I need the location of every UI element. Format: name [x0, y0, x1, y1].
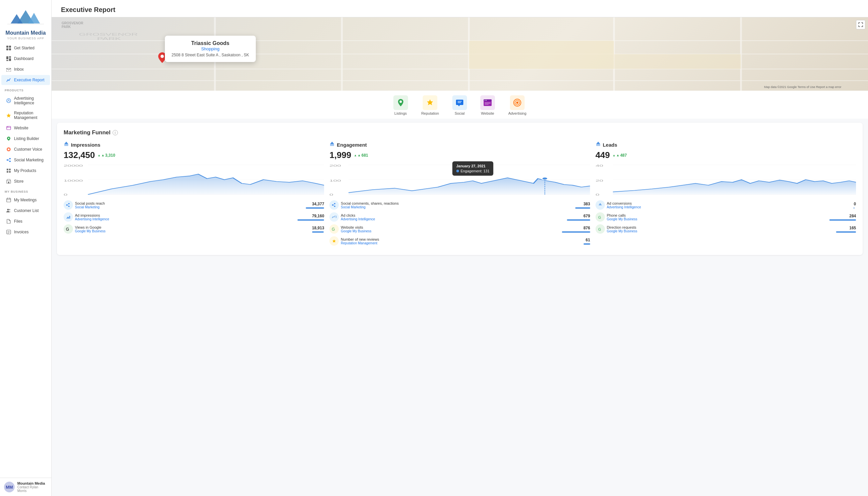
eng-row-3-label: Website visits: [341, 225, 371, 229]
svg-rect-67: [485, 104, 488, 105]
reputation-label: Reputation: [421, 111, 439, 115]
social-eng-icon: [329, 200, 339, 210]
nav-executive-report[interactable]: Executive Report: [1, 75, 50, 85]
svg-point-106: [334, 206, 336, 207]
svg-point-24: [9, 161, 11, 162]
user-avatar: MM: [4, 482, 15, 492]
eng-row-3-val: 876: [562, 226, 590, 230]
svg-marker-124: [598, 203, 602, 205]
svg-rect-32: [8, 182, 9, 183]
svg-rect-73: [64, 144, 68, 146]
nav-voice[interactable]: Customer Voice: [1, 144, 50, 154]
engagement-title: Engagement: [337, 142, 367, 148]
biz-icon-reputation[interactable]: Reputation: [421, 95, 439, 115]
nav-store-label: Store: [14, 179, 23, 184]
svg-text:200: 200: [329, 164, 341, 167]
biz-icon-listings[interactable]: Listings: [393, 95, 408, 115]
nav-dashboard[interactable]: Dashboard: [1, 54, 50, 64]
business-icons-row: Listings Reputation Social Website Adver…: [52, 91, 868, 119]
leads-row-1-val: 0: [854, 202, 856, 206]
nav-meetings-label: My Meetings: [14, 198, 37, 202]
svg-text:Jan 11: Jan 11: [416, 196, 435, 196]
imp-row-1-val: 34,377: [306, 202, 324, 206]
nav-customers[interactable]: Customer List: [1, 206, 50, 216]
imp-row-3-val: 18,913: [312, 226, 324, 230]
imp-row-2: Ad impressions Advertising Intelligence …: [64, 212, 324, 222]
nav-advertising[interactable]: Advertising Intelligence: [1, 94, 50, 108]
engagement-delta: ▲ 681: [354, 153, 368, 158]
leads-row-2-bar: [829, 219, 856, 221]
eng-row-1-sub: Social Marketing: [341, 205, 399, 209]
svg-text:G: G: [66, 227, 69, 231]
impressions-delta: ▲ 3,310: [98, 153, 115, 158]
imp-row-3-label: Views in Google: [75, 225, 106, 229]
eng-row-3-bar: [562, 231, 590, 233]
svg-text:G: G: [598, 227, 601, 231]
nav-dashboard-label: Dashboard: [14, 56, 34, 61]
calendar-icon: [6, 197, 11, 203]
svg-point-71: [516, 102, 518, 104]
nav-website[interactable]: Website: [1, 123, 50, 133]
imp-row-3-bar: [312, 231, 324, 233]
nav-website-label: Website: [14, 126, 28, 130]
svg-point-19: [8, 138, 9, 139]
biz-icon-advertising[interactable]: Advertising: [508, 95, 526, 115]
eng-row-3: G Website visits Google My Business 876: [329, 224, 590, 234]
eng-row-1-bar: [575, 207, 590, 209]
svg-marker-111: [333, 239, 336, 243]
nav-invoices[interactable]: Invoices: [1, 227, 50, 237]
svg-point-105: [332, 204, 333, 206]
engagement-chart: 200 100 0 Jan 1 Jan 11 Jan 21: [329, 163, 590, 196]
imp-row-1-label: Social posts reach: [75, 201, 105, 205]
svg-point-22: [9, 158, 11, 159]
nav-social[interactable]: Social Marketing: [1, 155, 50, 165]
advertising-label: Advertising: [508, 111, 526, 115]
svg-text:GROSVENOR: GROSVENOR: [79, 33, 138, 36]
nav-listing[interactable]: Listing Builder: [1, 134, 50, 144]
user-name: Mountain Media: [17, 481, 47, 485]
nav-files[interactable]: Files: [1, 216, 50, 226]
biz-icon-social[interactable]: Social: [452, 95, 467, 115]
svg-point-57: [399, 101, 402, 103]
biz-icon-website[interactable]: Website: [480, 95, 495, 115]
website-icon: [6, 125, 11, 131]
svg-rect-5: [9, 46, 11, 48]
imp-row-3-sub: Google My Business: [75, 229, 106, 233]
leads-row-1-label: Ad conversions: [607, 201, 641, 205]
nav-store[interactable]: Store: [1, 176, 50, 186]
funnel-info-icon[interactable]: i: [113, 130, 118, 135]
nav-meetings[interactable]: My Meetings: [1, 195, 50, 205]
social-label: Social: [455, 111, 465, 115]
svg-text:G: G: [598, 215, 601, 219]
nav-my-products[interactable]: My Products: [1, 166, 50, 176]
impressions-value: 132,450: [64, 150, 95, 160]
svg-rect-91: [330, 144, 334, 146]
nav-get-started[interactable]: Get Started: [1, 43, 50, 53]
svg-point-64: [485, 100, 485, 101]
nav-reputation[interactable]: Reputation Management: [1, 108, 50, 122]
svg-text:20000: 20000: [64, 164, 83, 167]
map-popup: Triassic Goods Shopping 2508 8 Street Ea…: [165, 36, 256, 62]
eng-row-1-val: 383: [575, 202, 590, 206]
svg-marker-72: [64, 142, 68, 144]
svg-point-104: [334, 203, 336, 204]
svg-rect-113: [596, 144, 600, 146]
svg-line-87: [67, 204, 68, 205]
nav-inbox[interactable]: Inbox: [1, 64, 50, 74]
nav-voice-label: Customer Voice: [14, 147, 42, 152]
map-background: GROSVENOR PARK GROSVENORPARK Triassic Go…: [52, 17, 868, 91]
eng-row-2: Ad clicks Advertising Intelligence 679: [329, 212, 590, 222]
grid-icon: [6, 45, 11, 51]
imp-row-1-bar: [306, 207, 324, 209]
imp-row-2-sub: Advertising Intelligence: [75, 217, 109, 221]
map-attribution: Map data ©2021 Google Terms of Use Repor…: [764, 85, 841, 89]
gmb-eng-icon: G: [329, 224, 339, 234]
imp-row-2-bar: [298, 219, 324, 221]
app-tagline: YOUR BUSINESS APP: [4, 37, 47, 40]
map-fullscreen-button[interactable]: [856, 20, 865, 29]
leads-value: 449: [596, 150, 610, 160]
website-label: Website: [481, 111, 494, 115]
advertising-icon: [6, 98, 11, 103]
svg-text:0: 0: [64, 193, 68, 196]
nav-files-label: Files: [14, 219, 22, 224]
